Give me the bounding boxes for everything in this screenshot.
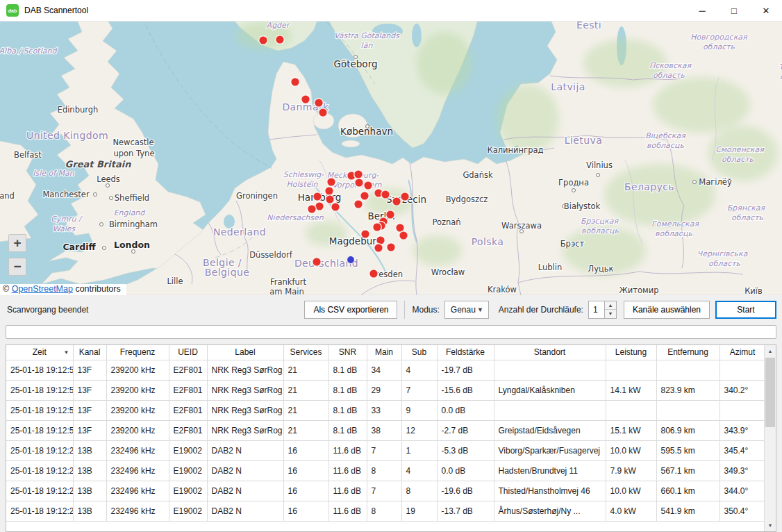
table-row[interactable]: 25-01-18 19:12:5913F239200 kHzE2F801NRK … [6,400,764,420]
scan-result-marker[interactable] [360,192,369,201]
column-header-standort[interactable]: Standort [494,345,606,360]
table-cell: 16 [283,501,328,521]
table-cell: 12 [401,420,437,440]
table-cell: E19002 [169,440,207,460]
scan-result-marker[interactable] [401,192,410,201]
scan-result-marker[interactable] [354,200,363,209]
scan-result-marker[interactable] [354,170,363,179]
table-cell: 21 [283,400,328,420]
zoom-in-button[interactable]: + [8,234,26,252]
table-cell: 239200 kHz [106,420,169,440]
scan-result-marker[interactable] [386,210,395,219]
scan-result-marker[interactable] [331,203,340,212]
window-title: DAB Scannertool [24,6,88,15]
table-row[interactable]: 25-01-18 19:12:2913B232496 kHzE19002DAB2… [6,501,764,521]
table-cell: 25-01-18 19:12:59 [6,360,73,380]
table-row[interactable]: 25-01-18 19:12:5913F239200 kHzE2F801NRK … [6,420,764,440]
scan-result-marker[interactable] [364,181,373,190]
table-row[interactable]: 25-01-18 19:12:2913B232496 kHzE19002DAB2… [6,440,764,460]
scan-result-marker[interactable] [355,178,364,188]
export-csv-button[interactable]: Als CSV exportieren [304,301,397,319]
table-cell: Greipstad/Eidsåvegen [494,420,606,440]
scan-result-marker[interactable] [381,190,390,199]
table-cell [719,360,764,380]
column-header-main[interactable]: Main [367,345,401,360]
column-header-frequenz[interactable]: Frequenz [106,345,169,360]
scan-result-marker[interactable] [313,258,322,267]
map-label: Київ [744,286,763,295]
map-label: England [114,208,147,217]
column-header-label: Leistung [615,347,647,357]
column-header-ueid[interactable]: UEID [169,345,207,360]
scan-result-marker[interactable] [327,178,336,187]
town-dot [597,174,600,177]
spin-up-button[interactable]: ▲ [605,301,616,310]
table-row[interactable]: 25-01-18 19:12:5913F239200 kHzE2F801NRK … [6,380,764,400]
scan-result-marker[interactable] [308,205,317,214]
scroll-down-button[interactable]: ▼ [765,519,776,531]
column-header-azimut[interactable]: Azimut [719,345,764,360]
table-cell: 13F [73,380,106,400]
table-cell: DAB2 N [207,481,283,501]
column-header-label: Services [290,347,322,357]
column-header-snr[interactable]: SNR [328,345,367,360]
column-header-services[interactable]: Services [283,345,328,360]
spin-down-button[interactable]: ▼ [605,310,616,318]
map-label: Псковская [649,61,692,70]
scan-result-marker[interactable] [315,99,324,108]
column-header-zeit[interactable]: Zeit▼ [6,345,73,360]
table-cell: 0.0 dB [437,460,494,481]
scan-result-marker[interactable] [392,197,401,206]
table-cell: 806.9 km [656,420,719,440]
column-header-label[interactable]: Label [207,345,283,360]
zoom-out-button[interactable]: − [8,258,26,276]
table-cell: NRK Reg3 SørRog [207,380,283,400]
scan-result-marker[interactable] [399,231,408,240]
minimize-button[interactable]: ─ [686,0,718,21]
scroll-up-button[interactable]: ▲ [765,345,776,357]
table-cell: 21 [283,360,328,380]
start-button[interactable]: Start [715,301,776,319]
table-row[interactable]: 25-01-18 19:12:2913B232496 kHzE19002DAB2… [6,460,764,481]
scan-result-marker[interactable] [276,35,285,44]
scan-result-marker[interactable] [291,78,300,87]
mode-dropdown[interactable]: Genau ▼ [444,301,489,319]
table-row[interactable]: 25-01-18 19:12:5913F239200 kHzE2F801NRK … [6,360,764,380]
scan-result-marker[interactable] [361,230,370,239]
town-dot [572,189,576,192]
column-header-sub[interactable]: Sub [401,345,437,360]
close-button[interactable]: ✕ [750,0,782,21]
scan-result-marker[interactable] [325,187,334,196]
map[interactable]: Alba / ScotlandEdinburghUnited KingdomNe… [0,22,782,295]
runs-label: Anzahl der Durchläufe: [499,305,583,315]
openstreetmap-link[interactable]: OpenStreetMap [12,284,73,294]
scan-result-marker[interactable] [259,36,268,45]
map-label: Düsseldorf [249,250,292,260]
select-channels-button[interactable]: Kanäle auswählen [624,301,710,319]
maximize-button[interactable]: □ [718,0,750,21]
column-header-feldst-rke[interactable]: Feldstärke [437,345,494,360]
column-header-kanal[interactable]: Kanal [73,345,106,360]
table-row[interactable]: 25-01-18 19:12:2913B232496 kHzE19002DAB2… [6,481,764,501]
scan-result-marker[interactable] [373,223,382,232]
scan-result-marker[interactable] [301,95,310,104]
scan-result-marker[interactable] [387,243,396,252]
map-label: Belgique [205,267,249,278]
table-scrollbar[interactable]: ▲ ▼ [764,345,776,531]
scan-result-marker[interactable] [313,192,322,201]
table-cell: 13B [73,501,106,521]
table-body: 25-01-18 19:12:5913F239200 kHzE2F801NRK … [6,360,764,521]
runs-value[interactable]: 1 [588,301,605,319]
column-header-entfernung[interactable]: Entfernung [656,345,719,360]
map-label: Чернігівська [697,249,748,258]
current-position-marker[interactable] [347,256,355,264]
scan-result-marker[interactable] [369,269,378,279]
scan-result-marker[interactable] [326,195,335,204]
map-label: Warszawa [501,221,542,231]
table-cell: -13.7 dB [437,501,494,521]
scan-result-marker[interactable] [374,244,383,253]
map-label: Niedersachsen [267,213,324,222]
scan-result-marker[interactable] [319,108,328,117]
scrollbar-thumb[interactable] [765,358,775,427]
column-header-leistung[interactable]: Leistung [606,345,656,360]
